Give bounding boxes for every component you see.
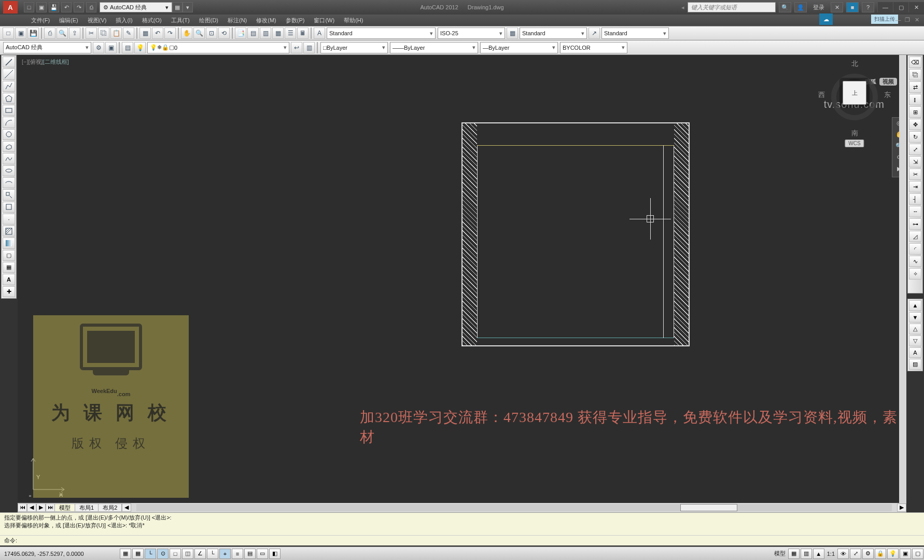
command-window[interactable]: 指定要偏移的那一侧上的点，或 [退出(E)/多个(M)/放弃(U)] <退出>:…: [0, 512, 924, 545]
match-prop-icon[interactable]: ✎: [123, 27, 134, 39]
send-back-icon[interactable]: ▼: [909, 312, 921, 323]
publish-icon[interactable]: ⇪: [69, 27, 80, 39]
plot-icon[interactable]: ⎙: [44, 27, 55, 39]
layer-states-icon[interactable]: 💡: [134, 42, 146, 53]
hardware-accel-icon[interactable]: 💡: [887, 549, 899, 559]
extend-icon[interactable]: ⇥: [909, 181, 921, 192]
add-selected-icon[interactable]: ✚: [3, 286, 15, 297]
undo-btn-icon[interactable]: ↶: [152, 27, 163, 39]
menu-parametric[interactable]: 参数(P): [286, 17, 305, 24]
tab-layout2[interactable]: 布局2: [98, 503, 122, 512]
block-editor-icon[interactable]: ▦: [139, 27, 151, 39]
text-front-icon[interactable]: A: [909, 347, 921, 358]
lineweight-dropdown[interactable]: — ByLayer▾: [480, 42, 558, 53]
viewcube-wcs[interactable]: WCS: [845, 139, 864, 147]
isolate-objects-icon[interactable]: ▣: [900, 549, 911, 559]
menu-draw[interactable]: 绘图(D): [199, 17, 218, 24]
arc-icon[interactable]: [3, 117, 15, 128]
otrack-toggle[interactable]: ∠: [194, 549, 206, 559]
menu-help[interactable]: 帮助(H): [344, 17, 363, 24]
mleader-style-dropdown[interactable]: Standard▾: [601, 27, 669, 39]
help-icon[interactable]: ?: [862, 2, 874, 12]
hscroll-track[interactable]: [136, 504, 892, 511]
hatch-back-icon[interactable]: ▨: [909, 359, 921, 370]
drawing-viewport[interactable]: [−][俯视][二维线框] 搜狐视频 tv.sohu.com 上 北 南 东 西…: [18, 55, 906, 504]
workspace-save-icon[interactable]: ▣: [105, 42, 117, 53]
gradient-icon[interactable]: [3, 237, 15, 248]
stretch-icon[interactable]: ⇲: [909, 156, 921, 167]
construction-line-icon[interactable]: [3, 68, 15, 79]
close-button[interactable]: ✕: [908, 2, 924, 12]
spline-icon[interactable]: [3, 153, 15, 164]
tab-layout1[interactable]: 布局1: [75, 503, 99, 512]
new-doc-icon[interactable]: □: [3, 27, 14, 39]
sc-toggle[interactable]: ◧: [269, 549, 281, 559]
save-doc-icon[interactable]: 💾: [27, 27, 39, 39]
ellipse-icon[interactable]: [3, 165, 15, 176]
viewport-label[interactable]: [−][俯视][二维线框]: [22, 58, 69, 66]
rectangle-icon[interactable]: [3, 105, 15, 116]
menu-window[interactable]: 窗口(W): [314, 17, 334, 24]
hscroll-thumb[interactable]: [680, 504, 737, 511]
quick-view-drawings-icon[interactable]: ▥: [801, 549, 812, 559]
search-button[interactable]: 🔍: [779, 2, 791, 12]
design-center-icon[interactable]: ▤: [247, 27, 259, 39]
break-at-point-icon[interactable]: ┤: [909, 193, 921, 205]
table-icon[interactable]: ▦: [3, 262, 15, 273]
cut-icon[interactable]: ✂: [86, 27, 97, 39]
lwt-toggle[interactable]: ≡: [232, 549, 243, 559]
color-dropdown[interactable]: □ ByLayer▾: [320, 42, 388, 53]
open-doc-icon[interactable]: ▣: [15, 27, 26, 39]
copy-obj-icon[interactable]: ⿻: [909, 69, 921, 80]
command-input[interactable]: 命令:: [0, 535, 924, 545]
login-link[interactable]: 登录: [813, 4, 824, 11]
tab-first-icon[interactable]: ⏮: [18, 503, 27, 512]
save-icon[interactable]: 💾: [49, 2, 59, 12]
cloud-sync-icon[interactable]: ☁: [819, 13, 833, 25]
viewcube-top[interactable]: 上: [843, 81, 866, 105]
dim-style-dropdown[interactable]: ISO-25▾: [438, 27, 505, 39]
line-icon[interactable]: [3, 57, 15, 67]
tab-next-icon[interactable]: ▶: [36, 503, 46, 512]
zoom-window-icon[interactable]: ⊡: [206, 27, 217, 39]
rotate-icon[interactable]: ↻: [909, 131, 921, 143]
bring-above-icon[interactable]: △: [909, 324, 921, 334]
menu-view[interactable]: 视图(V): [88, 17, 107, 24]
annotation-scale-icon[interactable]: ▲: [813, 549, 824, 559]
redo-btn-icon[interactable]: ↷: [164, 27, 176, 39]
menu-edit[interactable]: 编辑(E): [59, 17, 78, 24]
model-space-button[interactable]: 模型: [774, 550, 786, 557]
osnap-toggle[interactable]: □: [170, 549, 181, 559]
undo-icon[interactable]: ↶: [61, 2, 72, 12]
blend-icon[interactable]: ∿: [909, 256, 921, 267]
join-icon[interactable]: ⊶: [909, 218, 921, 230]
mirror-icon[interactable]: ⇄: [909, 81, 921, 93]
trim-icon[interactable]: ✂: [909, 169, 921, 180]
annotation-autoscale-icon[interactable]: ⤢: [850, 549, 861, 559]
search-input[interactable]: 键入关键字或短语: [688, 2, 776, 12]
text-style-dropdown[interactable]: Standard▾: [327, 27, 436, 39]
toolbar-lock-icon[interactable]: 🔒: [875, 549, 886, 559]
revision-cloud-icon[interactable]: [3, 141, 15, 152]
polygon-icon[interactable]: [3, 93, 15, 104]
doc-close-button[interactable]: ✕: [913, 17, 921, 24]
array-icon[interactable]: ⊞: [909, 106, 921, 118]
workspace-dropdown[interactable]: ⚙ AutoCAD 经典▾: [100, 2, 172, 12]
hscroll-right-icon[interactable]: ▶: [897, 503, 906, 512]
viewport-vscroll[interactable]: [899, 55, 906, 503]
menu-modify[interactable]: 修改(M): [256, 17, 276, 24]
tab-model[interactable]: 模型: [54, 503, 75, 512]
text-style-icon[interactable]: A: [314, 27, 325, 39]
properties-icon[interactable]: 📑: [235, 27, 246, 39]
plotstyle-dropdown[interactable]: BYCOLOR▾: [560, 42, 627, 53]
polyline-icon[interactable]: [3, 81, 15, 92]
polar-toggle[interactable]: ⊙: [157, 549, 169, 559]
break-icon[interactable]: ╌: [909, 206, 921, 217]
qat-more-icon[interactable]: ▾: [183, 2, 193, 12]
copy-icon[interactable]: ⿻: [98, 27, 109, 39]
tool-palettes-icon[interactable]: ▥: [260, 27, 271, 39]
hscroll-left-icon[interactable]: ◀: [122, 503, 131, 512]
move-icon[interactable]: ✥: [909, 119, 921, 130]
dyn-toggle[interactable]: +: [219, 549, 231, 559]
hatch-icon[interactable]: [3, 226, 15, 236]
